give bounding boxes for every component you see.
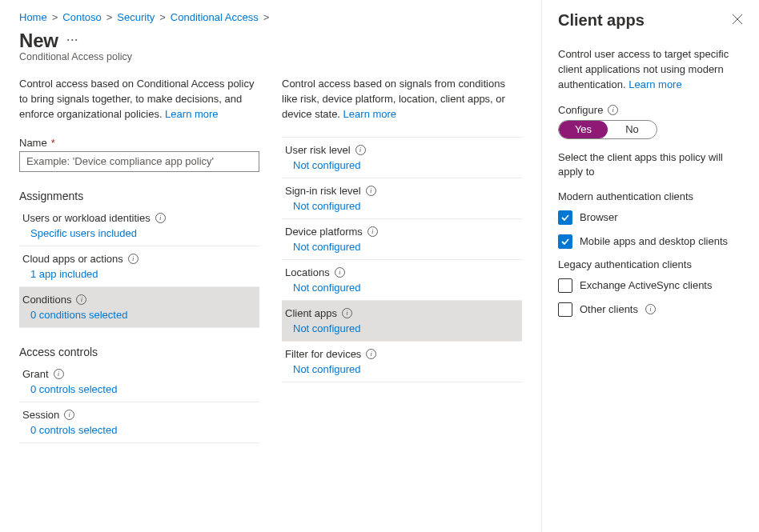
conditions-value[interactable]: 0 conditions selected <box>22 309 256 321</box>
assignments-heading: Assignments <box>19 190 259 202</box>
more-actions-button[interactable]: ··· <box>66 32 78 50</box>
checkbox-icon <box>558 302 572 317</box>
device-platforms-value[interactable]: Not configured <box>285 241 519 253</box>
page-title: New <box>19 30 58 52</box>
grant-value[interactable]: 0 controls selected <box>22 383 256 395</box>
client-apps-value[interactable]: Not configured <box>285 322 519 334</box>
signin-risk-value[interactable]: Not configured <box>285 200 519 212</box>
panel-description: Control user access to target specific c… <box>558 47 743 93</box>
conditions-item[interactable]: Conditions i 0 conditions selected <box>19 287 259 328</box>
client-apps-panel: Client apps Control user access to targe… <box>541 0 759 532</box>
client-apps-item[interactable]: Client apps i Not configured <box>282 301 522 342</box>
chevron-right-icon: > <box>52 11 58 23</box>
breadcrumb-home[interactable]: Home <box>19 11 47 23</box>
cloud-apps-value[interactable]: 1 app included <box>22 268 256 280</box>
learn-more-link[interactable]: Learn more <box>628 78 681 90</box>
toggle-yes[interactable]: Yes <box>559 121 608 138</box>
policy-description: Control access based on Conditional Acce… <box>19 77 259 122</box>
info-icon[interactable]: i <box>155 213 166 223</box>
info-icon[interactable]: i <box>355 145 366 155</box>
info-icon[interactable]: i <box>366 349 376 359</box>
breadcrumb-tenant[interactable]: Contoso <box>62 11 101 23</box>
select-apps-text: Select the client apps this policy will … <box>558 150 743 179</box>
user-risk-value[interactable]: Not configured <box>285 159 519 171</box>
breadcrumb-security[interactable]: Security <box>117 11 155 23</box>
close-icon[interactable] <box>732 14 743 27</box>
info-icon[interactable]: i <box>366 186 376 196</box>
chevron-right-icon: > <box>106 11 113 23</box>
info-icon[interactable]: i <box>64 410 74 420</box>
grant-item[interactable]: Grant i 0 controls selected <box>19 362 259 402</box>
cloud-apps-item[interactable]: Cloud apps or actions i 1 app included <box>19 246 259 287</box>
info-icon[interactable]: i <box>335 267 345 278</box>
learn-more-link[interactable]: Learn more <box>165 108 218 120</box>
name-input[interactable] <box>19 151 259 172</box>
access-controls-heading: Access controls <box>19 346 259 358</box>
filter-devices-value[interactable]: Not configured <box>285 363 519 375</box>
info-icon[interactable]: i <box>76 294 86 305</box>
info-icon[interactable]: i <box>128 254 139 264</box>
modern-auth-heading: Modern authentication clients <box>558 190 743 202</box>
breadcrumb-conditional-access[interactable]: Conditional Access <box>171 11 259 23</box>
checkbox-icon <box>558 210 572 225</box>
checkbox-browser[interactable]: Browser <box>558 210 743 225</box>
panel-title: Client apps <box>558 11 743 30</box>
configure-toggle[interactable]: Yes No <box>558 120 657 139</box>
filter-devices-item[interactable]: Filter for devices i Not configured <box>282 342 522 382</box>
page-subtitle: Conditional Access policy <box>19 51 525 62</box>
chevron-right-icon: > <box>263 11 270 23</box>
checkbox-eas[interactable]: Exchange ActiveSync clients <box>558 278 743 293</box>
conditions-description: Control access based on signals from con… <box>282 77 522 122</box>
checkbox-icon <box>558 234 572 249</box>
learn-more-link[interactable]: Learn more <box>343 108 396 120</box>
configure-label: Configure <box>558 104 603 116</box>
toggle-no[interactable]: No <box>608 121 657 138</box>
user-risk-item[interactable]: User risk level i Not configured <box>282 138 522 178</box>
info-icon[interactable]: i <box>342 308 352 318</box>
session-item[interactable]: Session i 0 controls selected <box>19 402 259 443</box>
locations-item[interactable]: Locations i Not configured <box>282 260 522 301</box>
legacy-auth-heading: Legacy authentication clients <box>558 258 743 270</box>
checkbox-other-clients[interactable]: Other clients i <box>558 302 743 317</box>
users-value[interactable]: Specific users included <box>22 227 256 239</box>
device-platforms-item[interactable]: Device platforms i Not configured <box>282 219 522 260</box>
users-item[interactable]: Users or workload identities i Specific … <box>19 206 259 246</box>
info-icon[interactable]: i <box>54 369 64 379</box>
info-icon[interactable]: i <box>608 105 618 115</box>
name-label: Name* <box>19 137 259 149</box>
locations-value[interactable]: Not configured <box>285 282 519 294</box>
checkbox-mobile-desktop[interactable]: Mobile apps and desktop clients <box>558 234 743 249</box>
chevron-right-icon: > <box>159 11 166 23</box>
info-icon[interactable]: i <box>645 304 656 314</box>
info-icon[interactable]: i <box>367 226 378 237</box>
checkbox-icon <box>558 278 572 293</box>
signin-risk-item[interactable]: Sign-in risk level i Not configured <box>282 178 522 219</box>
session-value[interactable]: 0 controls selected <box>22 424 256 436</box>
breadcrumb: Home > Contoso > Security > Conditional … <box>19 11 525 23</box>
